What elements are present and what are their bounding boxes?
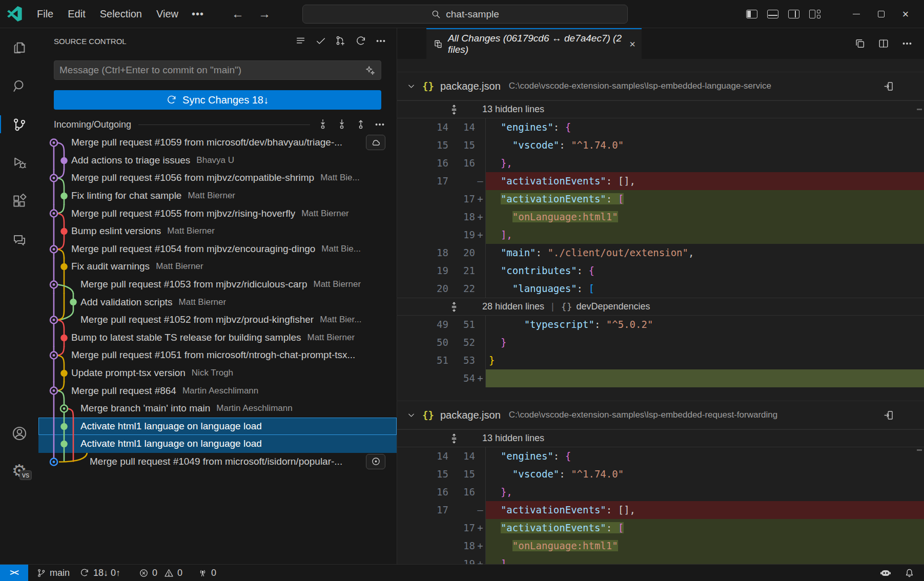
commit-row[interactable]: Merge pull request #1051 from microsoft/… — [38, 346, 397, 364]
activity-extensions-icon[interactable] — [0, 182, 38, 220]
commit-row[interactable]: Merge pull request #864Martin Aeschliman… — [38, 382, 397, 400]
commit-row[interactable]: Bump to latest stable TS release for bui… — [38, 329, 397, 347]
split-editor-icon[interactable] — [878, 38, 889, 49]
pull-icon[interactable] — [336, 119, 347, 130]
code-line[interactable]: }, — [485, 483, 924, 501]
unfold-icon[interactable] — [448, 433, 461, 444]
chevron-down-icon[interactable] — [406, 81, 416, 91]
code-line[interactable] — [485, 369, 924, 387]
commit-row[interactable]: Fix linting for chat sampleMatt Bierner — [38, 187, 397, 205]
commit-row[interactable]: Merge pull request #1056 from mjbvz/comp… — [38, 169, 397, 187]
code-line[interactable]: "languages": [ — [485, 280, 924, 298]
tab-close-icon[interactable]: × — [629, 38, 635, 50]
graph-icon[interactable] — [335, 35, 346, 47]
unfold-icon[interactable] — [448, 301, 461, 313]
chevron-down-icon[interactable] — [406, 410, 416, 420]
refresh-icon[interactable] — [355, 35, 366, 47]
menu-view[interactable]: View — [149, 8, 186, 20]
sync-changes-button[interactable]: Sync Changes 18↓ — [54, 90, 381, 110]
maximize-button[interactable] — [869, 0, 893, 28]
activity-chat-icon[interactable] — [0, 220, 38, 259]
sparkle-icon[interactable] — [364, 65, 376, 76]
push-icon[interactable] — [355, 119, 366, 130]
go-to-file-icon[interactable] — [884, 81, 894, 92]
more-actions-icon[interactable] — [901, 38, 913, 49]
commit-row[interactable]: Fix audit warningsMatt Bierner — [38, 258, 397, 276]
code-line[interactable]: ], — [485, 226, 924, 244]
code-line[interactable]: } — [485, 351, 924, 369]
branch-status-item[interactable]: main — [31, 565, 75, 581]
account-icon[interactable] — [0, 414, 38, 452]
diff-file-header[interactable]: {} package.json C:\code\vscode-extension… — [397, 72, 924, 100]
command-center-search[interactable]: chat-sample — [302, 5, 628, 24]
diff-file-header[interactable]: {} package.json C:\code\vscode-extension… — [397, 401, 924, 429]
hidden-lines-row[interactable]: 13 hidden lines — [397, 429, 924, 447]
toggle-panel-icon[interactable] — [767, 10, 778, 18]
code-line[interactable]: } — [485, 334, 924, 351]
view-as-list-icon[interactable] — [295, 35, 306, 47]
toggle-sidebar-icon[interactable] — [746, 10, 757, 18]
more-actions-icon[interactable] — [375, 35, 386, 47]
close-button[interactable]: × — [893, 0, 918, 28]
code-line[interactable]: "vscode": "^1.74.0" — [485, 465, 924, 483]
cloud-icon[interactable] — [366, 135, 385, 150]
hidden-lines-row[interactable]: 28 hidden lines| {} devDependencies — [397, 298, 924, 316]
commit-row[interactable]: Merge pull request #1049 from microsoft/… — [38, 453, 397, 471]
code-line[interactable]: "activationEvents": [ — [485, 519, 924, 537]
menu-overflow-icon[interactable]: ••• — [186, 8, 210, 20]
target-icon[interactable] — [366, 454, 385, 469]
fetch-icon[interactable] — [317, 119, 328, 130]
back-icon[interactable]: ← — [224, 7, 251, 21]
code-line[interactable]: "vscode": "^1.74.0" — [485, 136, 924, 154]
commit-row[interactable]: Merge pull request #1052 from mjbvz/prou… — [38, 311, 397, 329]
activity-search-icon[interactable] — [0, 67, 38, 105]
go-to-file-icon[interactable] — [884, 410, 894, 421]
customize-layout-icon[interactable] — [809, 10, 820, 18]
commit-row[interactable]: Activate html1 language on language load — [38, 418, 397, 435]
forward-icon[interactable]: → — [251, 7, 278, 21]
problems-status-item[interactable]: 0 0 — [134, 565, 188, 581]
activity-source-control-icon[interactable] — [0, 105, 38, 143]
code-line[interactable]: "engines": { — [485, 447, 924, 465]
commit-check-icon[interactable] — [315, 35, 326, 47]
activity-run-debug-icon[interactable] — [0, 143, 38, 182]
code-line[interactable]: "activationEvents": [], — [485, 501, 924, 519]
code-line[interactable]: "main": "./client/out/extension", — [485, 244, 924, 262]
menu-edit[interactable]: Edit — [60, 8, 92, 20]
commit-row[interactable]: Merge pull request #1055 from mjbvz/risi… — [38, 204, 397, 222]
commit-row[interactable]: Merge branch 'main' into mainMartin Aesc… — [38, 400, 397, 418]
code-line[interactable]: "activationEvents": [], — [485, 172, 924, 190]
settings-gear-icon[interactable]: ⚙ — [0, 452, 38, 488]
commit-row[interactable]: Bump eslint versionsMatt Bierner — [38, 222, 397, 240]
commit-row[interactable]: Add validation scriptsMatt Bierner — [38, 293, 397, 311]
broadcast-status-item[interactable]: 0 — [193, 565, 221, 581]
more-actions-icon[interactable] — [374, 119, 385, 130]
commit-row[interactable]: Update prompt-tsx versionNick Trogh — [38, 364, 397, 382]
tab-all-changes[interactable]: All Changes (06179cd6 ↔ de7a4ec7) (2 fil… — [426, 28, 642, 59]
activity-explorer-icon[interactable] — [0, 28, 38, 67]
minimize-button[interactable] — [844, 0, 869, 28]
sync-status-item[interactable]: 18↓ 0↑ — [75, 565, 126, 581]
commit-row[interactable]: Merge pull request #1054 from mjbvz/enco… — [38, 240, 397, 258]
code-line[interactable]: "typescript": "^5.0.2" — [485, 316, 924, 334]
menu-file[interactable]: File — [30, 8, 60, 20]
copilot-icon[interactable] — [879, 567, 892, 579]
code-line[interactable]: "contributes": { — [485, 262, 924, 280]
code-line[interactable]: "onLanguage:html1" — [485, 537, 924, 555]
commit-row[interactable]: Merge pull request #1053 from mjbvz/ridi… — [38, 276, 397, 294]
commit-row[interactable]: Add actions to triage issuesBhavya U — [38, 152, 397, 170]
code-line[interactable]: "activationEvents": [ — [485, 190, 924, 208]
bell-icon[interactable] — [904, 568, 915, 578]
open-changes-icon[interactable] — [854, 38, 866, 49]
menu-selection[interactable]: Selection — [93, 8, 149, 20]
toggle-secondary-sidebar-icon[interactable] — [788, 10, 799, 18]
unfold-icon[interactable] — [448, 104, 461, 115]
commit-row[interactable]: Activate html1 language on language load — [38, 435, 397, 453]
code-line[interactable]: "engines": { — [485, 118, 924, 136]
commit-message-input[interactable] — [59, 65, 364, 76]
commit-row[interactable]: Merge pull request #1059 from microsoft/… — [38, 134, 397, 152]
hidden-lines-row[interactable]: 13 hidden lines — [397, 100, 924, 118]
code-line[interactable]: }, — [485, 154, 924, 172]
code-line[interactable]: ], — [485, 555, 924, 564]
code-line[interactable]: "onLanguage:html1" — [485, 208, 924, 226]
